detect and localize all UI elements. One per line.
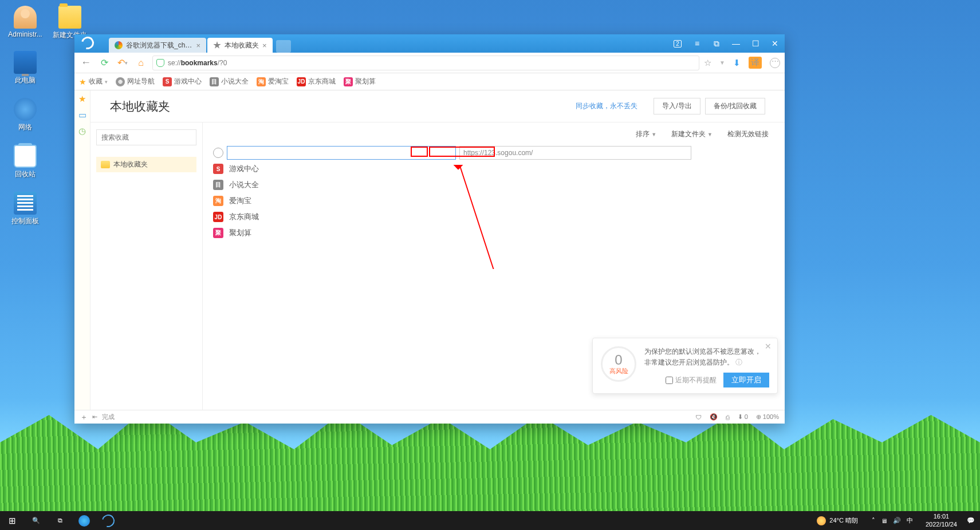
taskbar-edge[interactable] bbox=[72, 511, 96, 530]
rail-history-icon[interactable]: ◷ bbox=[78, 126, 86, 136]
shield-icon bbox=[156, 59, 164, 67]
security-notification: ✕ 0 高风险 为保护您的默认浏览器不被恶意篡改， 非常建议您开启浏览器防护。 … bbox=[592, 338, 778, 394]
rail-notes-icon[interactable]: ▭ bbox=[78, 110, 86, 120]
info-icon[interactable]: ⓘ bbox=[735, 358, 742, 366]
favorite-star-icon[interactable]: ☆ bbox=[704, 58, 711, 68]
add-panel-icon[interactable]: ＋ bbox=[80, 412, 88, 422]
tab-label: 谷歌浏览器下载_chrom... bbox=[126, 41, 192, 50]
rail-favorites-icon[interactable]: ★ bbox=[78, 94, 86, 104]
bookmark-row-ju[interactable]: 聚聚划算 bbox=[203, 225, 785, 241]
desktop-icon-admin[interactable]: Administr... bbox=[6, 6, 45, 38]
network-tray-icon[interactable]: 🖥 bbox=[881, 517, 887, 524]
bm-game[interactable]: S游戏中心 bbox=[163, 77, 202, 86]
bookmark-row-jd[interactable]: JD京东商城 bbox=[203, 209, 785, 225]
more-menu-icon[interactable] bbox=[770, 58, 780, 68]
download-status[interactable]: ⬇ 0 bbox=[738, 413, 748, 421]
ju-icon: 聚 bbox=[344, 77, 353, 86]
enable-button[interactable]: 立即开启 bbox=[723, 373, 769, 387]
sogou-app-icon bbox=[79, 34, 96, 52]
tab-chrome-download[interactable]: 谷歌浏览器下载_chrom... × bbox=[109, 38, 206, 53]
reload-button[interactable]: ⟳ bbox=[97, 56, 111, 70]
side-rail: ★ ▭ ◷ bbox=[74, 90, 90, 410]
new-tab-button[interactable] bbox=[276, 40, 291, 53]
window-controls: 2 ≡ ⧉ — ☐ ✕ bbox=[668, 34, 785, 53]
import-export-button[interactable]: 导入/导出 bbox=[654, 98, 700, 114]
bm-novel[interactable]: 目小说大全 bbox=[210, 77, 249, 86]
bm-jd[interactable]: JD京东商城 bbox=[297, 77, 336, 86]
bookmark-label: 京东商城 bbox=[229, 212, 259, 222]
desktop-icon-pc[interactable]: 此电脑 bbox=[6, 51, 45, 85]
undo-icon: ↶ bbox=[117, 57, 125, 68]
clock[interactable]: 16:01 2022/10/24 bbox=[921, 513, 962, 528]
start-button[interactable]: ⊞ bbox=[0, 511, 24, 530]
novel-icon: 目 bbox=[210, 77, 219, 86]
desktop-icon-control-panel[interactable]: 控制面板 bbox=[6, 192, 45, 226]
bookmark-row-novel[interactable]: 目小说大全 bbox=[203, 177, 785, 193]
bookmark-row-taobao[interactable]: 淘爱淘宝 bbox=[203, 193, 785, 209]
noremind-checkbox[interactable]: 近期不再提醒 bbox=[666, 375, 717, 385]
sun-icon bbox=[817, 516, 826, 525]
list-pane: 排序▼ 新建文件夹▼ 检测无效链接 S游戏中心 目小说大全 淘爱淘宝 JD京东商… bbox=[203, 122, 785, 410]
window-restore-icon[interactable]: ⧉ bbox=[707, 34, 726, 53]
weather-widget[interactable]: 24°C 晴朗 bbox=[811, 516, 864, 525]
tree-pane: 本地收藏夹 bbox=[90, 122, 203, 410]
collapse-icon[interactable]: ⇤ bbox=[92, 413, 97, 421]
bm-favorites[interactable]: ★收藏▾ bbox=[79, 77, 108, 86]
undo-button[interactable]: ↶▾ bbox=[116, 56, 129, 70]
screenshot-icon[interactable]: ⎙ bbox=[726, 414, 730, 421]
tab-close-icon[interactable]: × bbox=[262, 41, 267, 50]
window-close-icon[interactable]: ✕ bbox=[765, 34, 785, 53]
taskbar-right: 24°C 晴朗 ˄ 🖥 🔊 中 16:01 2022/10/24 💬 bbox=[811, 511, 980, 530]
task-view-button[interactable]: ⧉ bbox=[48, 511, 72, 530]
ime-indicator[interactable]: 中 bbox=[907, 516, 913, 525]
address-bar: ← ⟳ ↶▾ ⌂ se://bookmarks/?0 ☆ ▼ ⬇ 译 bbox=[74, 53, 785, 73]
bookmark-row-game[interactable]: S游戏中心 bbox=[203, 161, 785, 177]
mute-icon[interactable]: 🔇 bbox=[710, 413, 718, 421]
icon-label: Administr... bbox=[8, 30, 42, 38]
tab-close-icon[interactable]: × bbox=[196, 41, 200, 50]
window-badge[interactable]: 2 bbox=[668, 34, 687, 53]
url-input[interactable]: se://bookmarks/?0 bbox=[152, 56, 699, 70]
taskbar-left: ⊞ 🔍 ⧉ bbox=[0, 511, 120, 530]
tab-label: 本地收藏夹 bbox=[225, 41, 259, 50]
tree-item-root[interactable]: 本地收藏夹 bbox=[96, 157, 196, 172]
window-minimize-icon[interactable]: — bbox=[726, 34, 746, 53]
notifications-button[interactable]: 💬 bbox=[965, 511, 977, 530]
backup-restore-button[interactable]: 备份/找回收藏 bbox=[705, 98, 765, 114]
bm-taobao[interactable]: 淘爱淘宝 bbox=[257, 77, 289, 86]
titlebar[interactable]: 谷歌浏览器下载_chrom... × 本地收藏夹 × 2 ≡ ⧉ — ☐ ✕ bbox=[74, 34, 785, 53]
sort-button[interactable]: 排序▼ bbox=[636, 129, 656, 139]
sync-link[interactable]: 同步收藏，永不丢失 bbox=[576, 101, 637, 111]
search-button[interactable]: 🔍 bbox=[24, 511, 48, 530]
page-header: 本地收藏夹 同步收藏，永不丢失 导入/导出 备份/找回收藏 bbox=[90, 90, 785, 122]
new-folder-button[interactable]: 新建文件夹▼ bbox=[671, 129, 713, 139]
volume-tray-icon[interactable]: 🔊 bbox=[893, 517, 901, 524]
tab-bookmarks[interactable]: 本地收藏夹 × bbox=[207, 38, 273, 53]
bm-ju[interactable]: 聚聚划算 bbox=[344, 77, 376, 86]
recycle-icon bbox=[14, 145, 37, 168]
zoom-control[interactable]: ⊕ 100% bbox=[756, 413, 779, 421]
dropdown-icon[interactable]: ▼ bbox=[719, 60, 725, 66]
bookmark-label: 聚划算 bbox=[229, 228, 251, 238]
desktop-icon-recycle[interactable]: 回收站 bbox=[6, 145, 45, 179]
status-text: 完成 bbox=[102, 413, 115, 421]
bookmark-url-input[interactable] bbox=[459, 146, 691, 160]
bookmark-name-input[interactable] bbox=[227, 146, 456, 160]
check-invalid-button[interactable]: 检测无效链接 bbox=[727, 129, 769, 139]
home-button[interactable]: ⌂ bbox=[134, 56, 148, 70]
close-icon[interactable]: ✕ bbox=[765, 342, 772, 351]
taskbar-sogou[interactable] bbox=[96, 511, 120, 530]
icon-label: 控制面板 bbox=[11, 216, 39, 226]
bm-nav[interactable]: ⊕网址导航 bbox=[116, 77, 155, 86]
tray-expand-icon[interactable]: ˄ bbox=[872, 517, 875, 524]
window-maximize-icon[interactable]: ☐ bbox=[746, 34, 765, 53]
risk-label: 高风险 bbox=[609, 367, 628, 375]
back-button[interactable]: ← bbox=[79, 56, 93, 70]
icon-label: 此电脑 bbox=[15, 76, 36, 85]
translate-icon[interactable]: 译 bbox=[749, 57, 762, 69]
window-menu-icon[interactable]: ≡ bbox=[687, 34, 707, 53]
desktop-icon-network[interactable]: 网络 bbox=[6, 98, 45, 132]
search-input[interactable] bbox=[96, 129, 196, 145]
shield-status-icon[interactable]: 🛡 bbox=[695, 414, 702, 421]
download-icon[interactable]: ⬇ bbox=[733, 58, 741, 68]
